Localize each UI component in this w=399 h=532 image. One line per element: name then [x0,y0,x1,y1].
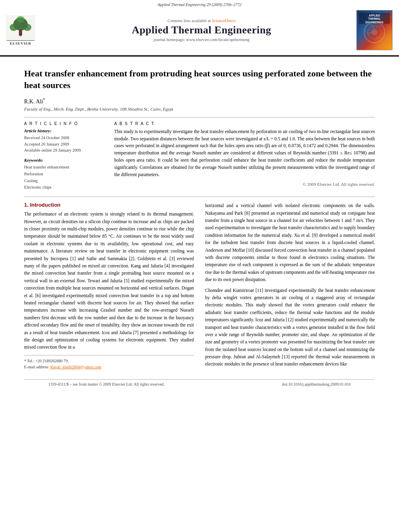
article-body: Heat transfer enhancement from protrudin… [0,57,399,394]
elsevier-text: ELSEVIER [6,40,35,45]
svg-text:THERMAL: THERMAL [368,17,380,20]
email-label: E-mail address: [24,365,49,369]
author-name-text: R.K. Ali [24,99,43,105]
svg-point-5 [16,16,25,23]
sciencedirect-link[interactable]: ScienceDirect [212,18,236,23]
contents-text: Contents lists available at [167,18,211,23]
svg-text:APPLIED: APPLIED [369,14,380,17]
svg-point-4 [23,24,31,31]
footer-bar: 1359-4311/$ – see front matter © 2009 El… [24,379,375,386]
elsevier-logo: ELSEVIER [6,15,35,45]
keyword-1: Heat transfer enhancement [24,164,105,171]
elsevier-logo-area: ELSEVIER [6,15,55,45]
abstract-text: This study is to experimentally investig… [114,128,375,179]
header-center: Contents lists available at ScienceDirec… [55,18,348,42]
footnote-email: E-mail address: Ragab_khalil2004@yahoo.c… [24,364,194,370]
svg-point-3 [10,24,18,31]
cover-image: APPLIED THERMAL ENGINEERING [357,12,392,48]
intro-para2: horizontal and a vertical channel with i… [205,202,375,283]
journal-cover: APPLIED THERMAL ENGINEERING [356,10,393,50]
page: Applied Thermal Engineering 29 (2009) 27… [0,0,399,532]
abstract-col: A B S T R A C T This study is to experim… [114,121,375,191]
intro-para1: The performance of an electronic system … [24,210,194,351]
elsevier-tree-icon [6,15,35,39]
author-sup: * [43,97,45,102]
article-info-divider [24,117,375,117]
intro-para3: Chomdee and Kiatsiriroat [11] investigat… [205,287,375,368]
header-inner: ELSEVIER Contents lists available at Sci… [0,8,399,52]
keyword-2: Perforation [24,171,105,178]
main-col-left: 1. Introduction The performance of an el… [24,202,194,371]
footnote-area: * Tel.: +20 2189262880 79. E-mail addres… [24,355,194,370]
article-info-label: A R T I C L E I N F O [24,121,105,126]
contents-line: Contents lists available at ScienceDirec… [59,18,344,23]
article-info-col: A R T I C L E I N F O Article history: R… [24,121,105,191]
footer-issn: 1359-4311/$ – see front matter © 2009 El… [48,382,165,386]
article-title: Heat transfer enhancement from protrudin… [24,68,375,91]
svg-text:ENGINEERING: ENGINEERING [366,21,384,24]
journal-homepage: journal homepage: www.elsevier.com/locat… [59,37,344,42]
main-divider [24,197,375,197]
main-col-right: horizontal and a vertical channel with i… [205,202,375,371]
keyword-3: Cooling [24,178,105,185]
intro-number: 1. [24,202,29,208]
journal-title: Applied Thermal Engineering [59,24,344,36]
copyright: © 2009 Elsevier Ltd. All rights reserved… [114,182,375,187]
author-name: R.K. Ali* [24,97,375,105]
main-text-cols: 1. Introduction The performance of an el… [24,202,375,371]
intro-title: Introduction [30,202,60,208]
footnote-tel: * Tel.: +20 2189262880 79. [24,358,194,364]
intro-heading: 1. Introduction [24,202,194,208]
abstract-section-label: A B S T R A C T [114,121,375,126]
accepted-date: Accepted 20 January 2009 [24,141,105,148]
article-info-abstract: A R T I C L E I N F O Article history: R… [24,121,375,191]
footer-doi: doi:10.1016/j.applthermaleng.2009.01.010 [282,382,351,386]
journal-cover-area: APPLIED THERMAL ENGINEERING [348,10,393,50]
email-link[interactable]: Ragab_khalil2004@yahoo.com [50,365,101,369]
history-label: Article history: [24,128,105,133]
svg-point-6 [19,34,22,37]
journal-ref: Applied Thermal Engineering 29 (2009) 27… [158,2,242,7]
journal-header: Applied Thermal Engineering 29 (2009) 27… [0,0,399,56]
journal-ref-line: Applied Thermal Engineering 29 (2009) 27… [0,0,399,8]
keywords-label: Keywords: [24,158,105,162]
keyword-4: Electronic chips [24,184,105,191]
received-date: Received 24 October 2008 [24,135,105,141]
affiliation: Faculty of Eng., Mech. Eng. Dept., Benha… [24,107,375,111]
available-date: Available online 29 January 2009 [24,147,105,154]
